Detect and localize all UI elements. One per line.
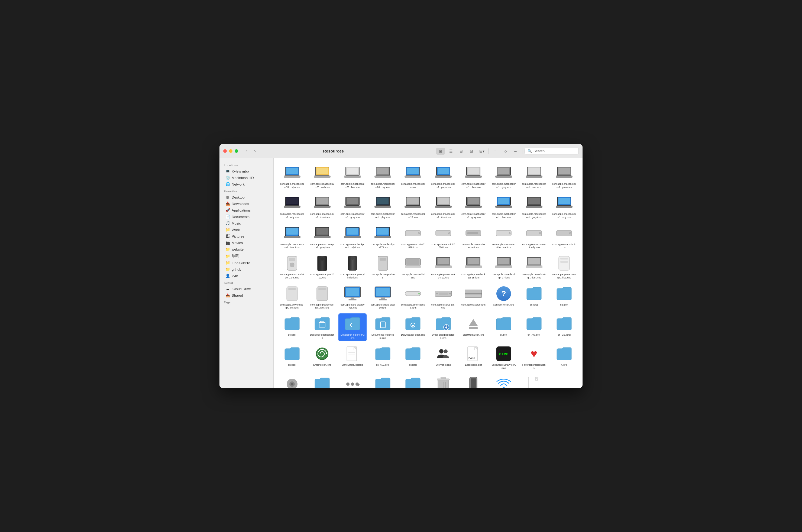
list-item[interactable]: com.apple.powermac-g4...hite.icns [550,253,578,281]
list-item[interactable]: com.apple.macbookair-20...ray.icns [369,163,397,190]
search-input[interactable] [534,149,576,153]
list-item[interactable]: com.apple.macbookpro-1...gray.icns [338,193,367,221]
list-item[interactable]: da.lproj [550,283,578,311]
sidebar-item-desktop[interactable]: 🖥 Desktop [221,194,272,201]
list-item[interactable]: com.apple.macbookair.icns [399,163,427,190]
sidebar-item-downloads[interactable]: 📥 Downloads [221,201,272,207]
list-item[interactable]: ErrnoErrors.loctable [338,343,367,372]
list-item[interactable]: DropFolderBadgeIcon.icns [429,314,458,341]
view-more-button[interactable]: ⊞▾ [478,148,486,155]
list-item[interactable]: com.apple.macmini-server.icns [460,223,488,251]
list-item[interactable]: Everyone.icns [429,343,458,372]
list-item[interactable]: com.apple.macbookpro-1...ilver.icns [308,193,337,221]
sidebar-item-applications[interactable]: 🚀 Applications [221,207,272,213]
list-item[interactable]: com.apple.macbookpro-1...gray.icns [550,163,578,190]
list-item[interactable]: ... [308,374,337,388]
sidebar-item-zh1[interactable]: 📁 珍藏 [221,252,272,260]
list-item[interactable]: com.apple.macbookpro-1...ilver.icns [278,223,306,251]
list-item[interactable]: com.apple.macbookpro-1...gray.icns [460,193,488,221]
list-item[interactable]: com.apple.macpro-cylinder.icns [338,253,367,281]
sidebar-item-website[interactable]: 📁 website [221,246,272,252]
view-preview-button[interactable]: ⊡ [467,148,476,155]
list-item[interactable]: com.apple.time-capsule.icns [399,283,427,311]
list-item[interactable]: en.lproj [278,343,306,372]
list-item[interactable]: es.lproj [399,343,427,372]
list-item[interactable]: com.apple.macmini-2018.icns [399,223,427,251]
list-item[interactable]: com.apple.macmini-unibo...ical.icns [490,223,518,251]
list-item[interactable]: com.apple.xserve-g4.icns [429,283,458,311]
list-item[interactable]: com.apple.macbookpro-1...gray.icns [490,163,518,190]
sidebar-item-work[interactable]: 📁 Work [221,226,272,233]
list-item[interactable]: com.apple.powerbook-g4-17.icns [490,253,518,281]
list-item[interactable]: com.apple.pro-display-xdr.icns [338,283,367,311]
list-item[interactable]: com.apple.powerbook-g4-15.icns [460,253,488,281]
sidebar-item-shared[interactable]: 📤 Shared [221,292,272,299]
list-item[interactable]: com.apple.macstudio.icns [399,253,427,281]
list-item[interactable]: ... [429,374,458,388]
list-item[interactable]: ... [460,374,488,388]
list-item[interactable]: de.lproj [278,314,306,341]
list-item[interactable]: EjectMediaIcon.icns [460,314,488,341]
view-list-button[interactable]: ☰ [447,148,455,155]
share-button[interactable]: ↑ [491,148,499,155]
list-item[interactable]: DownloadsFolder.icns [399,314,427,341]
list-item[interactable]: el.lproj [490,314,518,341]
list-item[interactable]: ... [490,374,518,388]
list-item[interactable]: cs.lproj [520,283,548,311]
list-item[interactable]: com.apple.powerbook-g...nium.icns [520,253,548,281]
sidebar-item-music[interactable]: 🎵 Music [221,220,272,226]
list-item[interactable]: com.apple.macpro-2019-...unt.icns [278,253,306,281]
list-item[interactable]: com.apple.macbookair-13...ody.icns [278,163,306,190]
list-item[interactable]: com.apple.macbookpro-1...ilver.icns [520,163,548,190]
list-item[interactable]: com.apple.studio-display.icns [369,283,397,311]
sidebar-item-kyles-mbp[interactable]: 💻 Kyle's mbp [221,168,272,174]
sidebar-item-documents[interactable]: 📄 Documents [221,213,272,220]
list-item[interactable]: com.apple.macmini-unibody.icns [520,223,548,251]
list-item[interactable]: ... [520,374,548,388]
list-item[interactable]: DesktopFolderIcon.icns [308,314,337,341]
list-item[interactable]: ErasingIcon.icns [308,343,337,372]
list-item[interactable]: com.apple.macbookpro-1...ilver.icns [429,193,458,221]
list-item[interactable]: com.apple.macbookpro-1...ody.icns [550,193,578,221]
list-item[interactable]: DocumentsFolderIcon.icns [369,314,397,341]
list-item[interactable]: com.apple.macbookpro-1...play.icns [429,163,458,190]
list-item[interactable]: ♥ FavoriteItemsIcon.icns [520,343,548,372]
sidebar-item-network[interactable]: 🌐 Network [221,181,272,187]
more-actions-button[interactable]: ··· [511,148,520,155]
list-item[interactable]: ... [399,374,427,388]
close-button[interactable] [223,149,227,153]
list-item[interactable]: com.apple.macbookpro-17.icns [369,223,397,251]
list-item[interactable]: com.apple.macbookair-20...old.icns [308,163,337,190]
list-item[interactable]: com.apple.powermac-g4...ors.icns [278,283,306,311]
list-item[interactable]: com.apple.macbookair-20...lver.icns [338,163,367,190]
list-item[interactable]: com.apple.xserve.icns [460,283,488,311]
list-item[interactable]: com.apple.macbookpro-1...gray.icns [308,223,337,251]
sidebar-item-github[interactable]: 📁 github [221,266,272,272]
list-item[interactable]: ... [338,374,367,388]
sidebar-item-finalcutpro[interactable]: 📁 FinalCutPro [221,260,272,266]
list-item[interactable]: com.apple.macbookpro-1...ilver.icns [490,193,518,221]
list-item[interactable]: com.apple.macbookpro-1...ody.icns [278,193,306,221]
list-item[interactable]: ... [278,374,306,388]
list-item[interactable]: com.apple.macpro-2019.icns [308,253,337,281]
list-item[interactable]: ? ConnectToIcon.icns [490,283,518,311]
search-box[interactable]: 🔍 [525,148,579,154]
list-item[interactable]: com.apple.macbookpro-1...gray.icns [520,193,548,221]
sidebar-item-movies[interactable]: 🎬 Movies [221,240,272,246]
list-item[interactable]: en_AU.lproj [520,314,548,341]
list-item[interactable]: com.apple.macpro.icns [369,253,397,281]
list-item[interactable]: com.apple.macmini-2020.icns [429,223,458,251]
list-item[interactable]: es_419.lproj [369,343,397,372]
sidebar-item-pictures[interactable]: 🖼 Pictures [221,233,272,240]
list-item[interactable]: ... [369,374,397,388]
list-item[interactable]: com.apple.macbookpro-1...play.icns [369,193,397,221]
list-item[interactable]: fi.lproj [550,343,578,372]
content-area[interactable]: com.apple.macbookair-13...ody.icns com.a… [274,158,582,388]
list-item[interactable]: PLIST Exceptions.plist [460,343,488,372]
list-item[interactable]: com.apple.macbookpro-1...ody.icns [338,223,367,251]
list-item[interactable]: com.apple.macbookpro-1...ilver.icns [460,163,488,190]
list-item[interactable]: en_GB.lproj [550,314,578,341]
sidebar-item-icloud-drive[interactable]: ☁ iCloud Drive [221,285,272,292]
sidebar-item-macintosh-hd[interactable]: 💿 Macintosh HD [221,174,272,181]
view-grid-button[interactable]: ⊞ [436,148,445,155]
